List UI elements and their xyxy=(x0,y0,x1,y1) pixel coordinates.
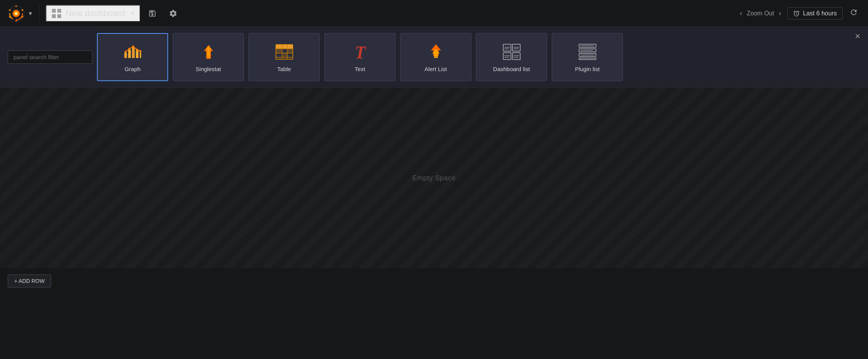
panel-type-graph[interactable]: Graph xyxy=(97,33,168,81)
main-content: Empty Space xyxy=(0,88,868,268)
grafana-logo-button[interactable] xyxy=(6,3,26,23)
text-label: Text xyxy=(355,66,366,72)
close-panel-picker-button[interactable]: × xyxy=(855,32,860,41)
dashboard-settings-button[interactable] xyxy=(164,6,182,21)
graph-label: Graph xyxy=(125,66,141,72)
svg-rect-56 xyxy=(579,58,596,60)
nav-divider xyxy=(39,4,40,23)
zoom-section: ‹ Zoom Out › xyxy=(737,8,784,19)
title-dropdown-caret: ▼ xyxy=(130,11,135,16)
svg-rect-15 xyxy=(57,14,61,18)
alert-list-icon xyxy=(426,42,446,62)
add-row-button[interactable]: + ADD ROW xyxy=(8,274,51,288)
svg-point-10 xyxy=(9,16,11,17)
svg-text:T: T xyxy=(354,43,366,61)
svg-point-8 xyxy=(22,16,23,17)
svg-point-21 xyxy=(124,51,126,53)
panel-type-plugin-list[interactable]: Plugin list xyxy=(552,33,623,81)
panel-type-table[interactable]: Table xyxy=(249,33,320,81)
plugin-list-label: Plugin list xyxy=(575,66,599,72)
save-dashboard-button[interactable] xyxy=(144,6,161,21)
svg-rect-42 xyxy=(512,44,520,51)
empty-space-label: Empty Space xyxy=(412,174,456,182)
singlestat-label: Singlestat xyxy=(196,66,221,72)
svg-point-9 xyxy=(15,20,17,21)
svg-rect-12 xyxy=(52,9,56,13)
svg-rect-16 xyxy=(124,53,127,58)
zoom-forward-button[interactable]: › xyxy=(776,8,784,19)
svg-point-25 xyxy=(139,50,141,52)
svg-rect-29 xyxy=(276,45,293,49)
dashboard-list-icon xyxy=(502,42,522,62)
add-row-section: + ADD ROW xyxy=(0,268,868,294)
zoom-back-button[interactable]: ‹ xyxy=(737,8,745,19)
dashboard-grid-icon xyxy=(51,8,62,19)
svg-rect-19 xyxy=(136,50,139,58)
dashboard-list-label: Dashboard list xyxy=(493,66,530,72)
svg-rect-14 xyxy=(52,14,56,18)
svg-point-5 xyxy=(15,12,17,14)
table-icon xyxy=(274,42,294,62)
singlestat-icon xyxy=(199,42,219,62)
table-label: Table xyxy=(277,66,291,72)
svg-rect-18 xyxy=(132,47,135,58)
panel-type-text[interactable]: T Text xyxy=(324,33,396,81)
svg-point-11 xyxy=(9,9,11,11)
empty-space-panel: Empty Space xyxy=(0,88,868,268)
svg-point-24 xyxy=(136,49,138,51)
text-panel-icon: T xyxy=(350,42,370,62)
add-row-label: + ADD ROW xyxy=(14,278,45,284)
svg-rect-35 xyxy=(276,49,282,53)
svg-rect-37 xyxy=(282,53,287,57)
panel-picker: Graph Singlestat xyxy=(0,27,868,88)
panel-type-singlestat[interactable]: Singlestat xyxy=(173,33,244,81)
panel-type-alert-list[interactable]: Alert List xyxy=(400,33,471,81)
svg-rect-41 xyxy=(503,44,511,51)
svg-point-22 xyxy=(128,48,130,50)
svg-point-23 xyxy=(132,46,134,48)
logo-dropdown-icon[interactable]: ▼ xyxy=(28,10,33,17)
zoom-out-label: Zoom Out xyxy=(747,10,774,17)
plugin-list-icon xyxy=(578,42,598,62)
dashboard-title-button[interactable]: New dashboard ▼ xyxy=(46,5,140,22)
panel-search-input[interactable] xyxy=(8,50,92,64)
navbar: ▼ New dashboard ▼ xyxy=(0,0,868,27)
svg-point-6 xyxy=(15,5,17,7)
dashboard-title-text: New dashboard xyxy=(66,8,125,18)
svg-rect-20 xyxy=(140,52,141,58)
svg-point-7 xyxy=(22,9,23,11)
refresh-button[interactable] xyxy=(846,6,862,21)
svg-rect-13 xyxy=(57,9,61,13)
graph-icon xyxy=(123,42,143,62)
svg-rect-44 xyxy=(512,53,520,60)
navbar-right: ‹ Zoom Out › Last 6 hours xyxy=(737,6,862,21)
alert-list-label: Alert List xyxy=(424,66,447,72)
svg-rect-17 xyxy=(128,50,131,58)
svg-rect-36 xyxy=(288,49,292,53)
navbar-left: ▼ New dashboard ▼ xyxy=(6,3,182,23)
panel-type-dashboard-list[interactable]: Dashboard list xyxy=(476,33,547,81)
svg-rect-43 xyxy=(503,53,511,60)
time-range-label: Last 6 hours xyxy=(803,10,837,17)
time-range-button[interactable]: Last 6 hours xyxy=(787,7,843,20)
